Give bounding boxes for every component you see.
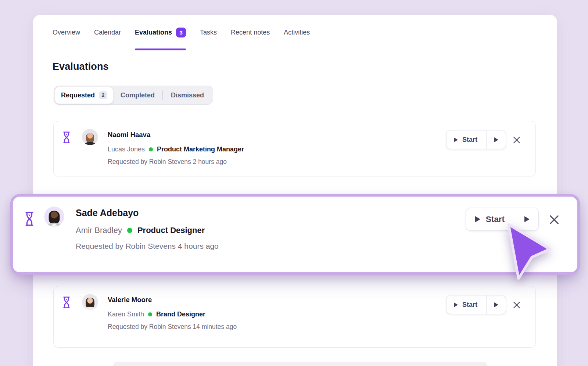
evaluations-filter-control: Requested 2 Completed Dismissed: [54, 86, 213, 105]
tab-activities-label: Activities: [284, 29, 310, 36]
evaluator-line: Amir Bradley Product Designer: [76, 225, 219, 236]
evaluator-name: Karen Smith: [108, 311, 144, 318]
employee-name: Naomi Haava: [108, 131, 244, 140]
evaluation-row-highlighted: Sade Adebayo Amir Bradley Product Design…: [10, 194, 580, 275]
active-tab-underline: [135, 49, 186, 50]
employee-name: Valerie Moore: [108, 296, 237, 305]
evaluation-details: Sade Adebayo Amir Bradley Product Design…: [76, 208, 219, 251]
tab-overview-label: Overview: [53, 29, 80, 36]
evaluator-name: Lucas Jones: [108, 146, 145, 153]
filter-dismissed[interactable]: Dismissed: [163, 92, 212, 99]
tab-calendar[interactable]: Calendar: [94, 15, 121, 50]
online-status-dot: [127, 228, 132, 233]
filter-requested[interactable]: Requested 2: [55, 87, 113, 104]
play-icon: [524, 216, 530, 222]
evaluator-role: Product Designer: [137, 226, 205, 235]
play-icon: [494, 302, 498, 307]
start-split-button: Start: [446, 130, 506, 149]
evaluator-role: Brand Designer: [156, 311, 205, 318]
play-icon: [494, 137, 498, 142]
hourglass-pending-icon: [25, 211, 34, 228]
dismiss-button[interactable]: [513, 301, 521, 309]
evaluator-role: Product Marketing Manager: [157, 146, 244, 153]
dismiss-button[interactable]: [549, 215, 559, 225]
filter-requested-count-badge: 2: [99, 91, 107, 99]
start-button-label: Start: [462, 301, 477, 309]
page-title: Evaluations: [53, 61, 109, 72]
tab-recent-notes[interactable]: Recent notes: [231, 15, 270, 50]
close-icon: [549, 215, 559, 225]
close-icon: [513, 136, 520, 144]
evaluation-details: Valerie Moore Karen Smith Brand Designer…: [108, 296, 237, 331]
requested-by-text: Requested by Robin Stevens 4 hours ago: [76, 242, 219, 251]
filter-completed[interactable]: Completed: [113, 92, 162, 99]
online-status-dot: [149, 147, 153, 151]
play-icon: [454, 302, 458, 307]
requested-by-text: Requested by Robin Stevens 14 minutes ag…: [108, 323, 237, 331]
start-options-button[interactable]: [486, 130, 506, 149]
evaluation-details: Naomi Haava Lucas Jones Product Marketin…: [108, 131, 244, 166]
tab-recent-notes-label: Recent notes: [231, 29, 270, 36]
tab-evaluations-label: Evaluations: [135, 29, 172, 36]
evaluations-count-badge: 3: [176, 28, 186, 37]
evaluator-name: Amir Bradley: [76, 226, 122, 235]
play-icon: [454, 137, 458, 142]
start-split-button: Start: [446, 295, 506, 314]
evaluation-row: Valerie Moore Karen Smith Brand Designer…: [53, 286, 536, 348]
evaluator-line: Lucas Jones Product Marketing Manager: [108, 144, 244, 154]
tab-tasks[interactable]: Tasks: [200, 15, 217, 50]
avatar: [82, 294, 98, 310]
avatar: [44, 207, 64, 227]
tab-tasks-label: Tasks: [200, 29, 217, 36]
page-background: Overview Calendar Evaluations 3 Tasks Re…: [0, 0, 588, 366]
tab-evaluations[interactable]: Evaluations 3: [135, 15, 186, 50]
profile-panel: Overview Calendar Evaluations 3 Tasks Re…: [33, 15, 557, 366]
employee-name: Sade Adebayo: [76, 208, 219, 219]
next-card-hint: [113, 362, 488, 366]
dismiss-button[interactable]: [513, 136, 521, 144]
tab-calendar-label: Calendar: [94, 29, 121, 36]
close-icon: [513, 301, 520, 309]
filter-requested-label: Requested: [61, 92, 95, 99]
evaluation-row: Naomi Haava Lucas Jones Product Marketin…: [53, 121, 536, 176]
tab-activities[interactable]: Activities: [284, 15, 310, 50]
online-status-dot: [148, 312, 152, 316]
start-button-label: Start: [462, 136, 477, 144]
start-split-button: Start: [466, 208, 539, 231]
start-button-label: Start: [486, 215, 505, 224]
play-icon: [475, 216, 480, 222]
tab-overview[interactable]: Overview: [53, 15, 80, 50]
start-options-button[interactable]: [486, 295, 506, 314]
hourglass-pending-icon: [63, 131, 70, 145]
start-button[interactable]: Start: [447, 130, 486, 149]
start-button[interactable]: Start: [447, 295, 486, 314]
tab-bar: Overview Calendar Evaluations 3 Tasks Re…: [33, 15, 557, 50]
start-button[interactable]: Start: [466, 208, 515, 230]
hourglass-pending-icon: [63, 296, 70, 310]
avatar: [82, 129, 98, 145]
start-options-button[interactable]: [515, 208, 538, 230]
evaluator-line: Karen Smith Brand Designer: [108, 309, 237, 319]
requested-by-text: Requested by Robin Stevens 2 hours ago: [108, 158, 244, 166]
